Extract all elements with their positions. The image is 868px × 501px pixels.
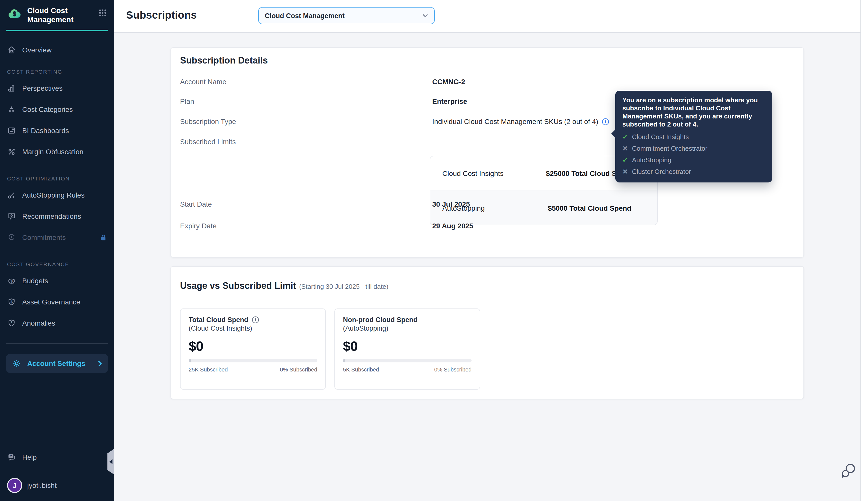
sidebar-item-label: Margin Obfuscation [22, 148, 83, 156]
cross-icon: ✕ [623, 168, 632, 175]
sidebar-item-overview[interactable]: Overview [0, 40, 114, 61]
collapse-arrow-icon [109, 459, 113, 464]
bar-chart-icon [7, 84, 16, 93]
sku-name: Cloud Cost Insights [430, 169, 526, 178]
subscription-details-title: Subscription Details [180, 55, 268, 66]
sidebar-item-bi-dashboards[interactable]: BI Dashboards [0, 120, 114, 141]
user-menu[interactable]: J jyoti.bisht [7, 478, 107, 493]
sidebar: $ Cloud Cost Management Overv [0, 0, 114, 501]
sidebar-item-autostopping-rules[interactable]: AutoStopping Rules [0, 185, 114, 206]
dashboard-image-icon [7, 126, 16, 135]
sku-name: Commitment Orchestrator [632, 145, 707, 152]
progress-labels: 25K Subscribed 0% Subscribed [189, 366, 317, 372]
home-icon [7, 46, 16, 55]
sidebar-item-label: Perspectives [22, 84, 63, 93]
tooltip-text: You are on a subscription model where yo… [623, 96, 765, 129]
progress-bar [343, 359, 472, 362]
usage-card: Usage vs Subscribed Limit (Starting 30 J… [170, 266, 804, 399]
total-cloud-spend-card: Total Cloud Spend (Cloud Cost Insights) … [180, 308, 326, 390]
sidebar-nav: Overview COST REPORTING Perspectives Cos… [0, 32, 114, 334]
sku-limit: $5000 Total Cloud Spend [526, 204, 657, 212]
info-icon[interactable] [602, 118, 609, 125]
scrollbar-track[interactable] [860, 0, 868, 501]
app-title: Cloud Cost Management [27, 6, 84, 24]
suggestion-bubble-icon [7, 212, 16, 221]
subscribed-limits-label: Subscribed Limits [180, 138, 236, 146]
piggy-bank-icon: $ [7, 276, 16, 286]
cloud-dollar-logo-icon: $ [7, 6, 22, 21]
sidebar-divider [6, 343, 108, 344]
sidebar-item-anomalies[interactable]: ! Anomalies [0, 313, 114, 334]
section-cost-reporting: COST REPORTING [7, 69, 107, 75]
sidebar-item-recommendations[interactable]: Recommendations [0, 206, 114, 227]
sidebar-item-label: Commitments [22, 234, 66, 242]
user-name: jyoti.bisht [27, 481, 57, 489]
usage-subtitle: (Starting 30 Jul 2025 - till date) [299, 283, 388, 290]
progress-labels: 5K Subscribed 0% Subscribed [343, 366, 472, 372]
sidebar-item-asset-governance[interactable]: $ Asset Governance [0, 291, 114, 313]
sidebar-item-margin-obfuscation[interactable]: Margin Obfuscation [0, 141, 114, 162]
app-grid-icon[interactable] [98, 9, 107, 19]
list-item: ✓ AutoStopping [623, 155, 765, 165]
sidebar-item-label: Budgets [22, 277, 48, 285]
help-label: Help [22, 453, 37, 461]
sidebar-item-account-settings[interactable]: Account Settings [6, 354, 108, 373]
help-button[interactable]: ? Help [7, 448, 107, 466]
module-select[interactable]: Cloud Cost Management [258, 7, 435, 24]
subscribed-amount-label: 25K Subscribed [189, 366, 228, 372]
check-icon: ✓ [623, 133, 632, 141]
plan-label: Plan [180, 97, 194, 105]
shield-dollar-icon: $ [7, 298, 16, 307]
list-item: ✕ Commitment Orchestrator [623, 143, 765, 153]
progress-fill [343, 359, 345, 362]
usage-title: Usage vs Subscribed Limit [180, 281, 296, 291]
subscribed-percent-label: 0% Subscribed [280, 366, 317, 372]
page-title: Subscriptions [126, 9, 197, 21]
sidebar-item-label: Anomalies [22, 319, 55, 327]
chevron-right-icon [98, 360, 102, 367]
list-item: ✕ Cluster Orchestrator [623, 167, 765, 177]
chat-bubbles-icon[interactable] [839, 462, 857, 482]
start-date-value: 30 Jul 2025 [432, 200, 470, 208]
svg-text:$: $ [13, 10, 17, 18]
sidebar-item-perspectives[interactable]: Perspectives [0, 78, 114, 99]
cross-icon: ✕ [623, 145, 632, 152]
app-logo-row: $ Cloud Cost Management [0, 0, 114, 28]
app-window: $ Cloud Cost Management Overv [0, 0, 868, 501]
spend-amount: $0 [189, 339, 317, 354]
module-select-value: Cloud Cost Management [265, 12, 345, 19]
help-chat-icon: ? [7, 452, 16, 462]
sidebar-bottom: ? Help J jyoti.bisht [0, 448, 114, 501]
progress-bar [189, 359, 317, 362]
card-title-row: Total Cloud Spend [189, 316, 317, 323]
avatar: J [7, 478, 22, 493]
gear-icon [12, 359, 21, 368]
section-cost-governance: COST GOVERNANCE [7, 261, 107, 267]
usage-title-row: Usage vs Subscribed Limit (Starting 30 J… [180, 281, 388, 291]
sidebar-item-budgets[interactable]: $ Budgets [0, 270, 114, 291]
info-icon[interactable] [252, 316, 260, 323]
spend-amount: $0 [343, 339, 472, 354]
account-settings-label: Account Settings [27, 360, 85, 368]
sidebar-item-cost-categories[interactable]: Cost Categories [0, 99, 114, 120]
sidebar-item-label: BI Dashboards [22, 127, 69, 135]
svg-text:?: ? [10, 454, 12, 458]
progress-fill [189, 359, 191, 362]
tooltip-sku-list: ✓ Cloud Cost Insights ✕ Commitment Orche… [623, 132, 765, 177]
card-title-row: Non-prod Cloud Spend [343, 316, 472, 323]
card-title: Non-prod Cloud Spend [343, 316, 417, 323]
list-item: ✓ Cloud Cost Insights [623, 132, 765, 142]
sidebar-item-label: Asset Governance [22, 298, 80, 306]
subscription-type-label: Subscription Type [180, 117, 236, 126]
svg-text:$: $ [11, 279, 13, 283]
lock-icon [100, 234, 107, 242]
svg-text:!: ! [11, 321, 12, 326]
non-prod-cloud-spend-card: Non-prod Cloud Spend (AutoStopping) $0 5… [334, 308, 480, 390]
card-title: Total Cloud Spend [189, 316, 248, 323]
page-header: Subscriptions Cloud Cost Management [114, 0, 868, 33]
svg-text:$: $ [11, 300, 13, 304]
main-area: Subscriptions Cloud Cost Management Subs… [114, 0, 868, 501]
sidebar-item-commitments[interactable]: Commitments [0, 227, 114, 248]
account-name-label: Account Name [180, 78, 227, 86]
expiry-date-value: 29 Aug 2025 [432, 222, 473, 230]
